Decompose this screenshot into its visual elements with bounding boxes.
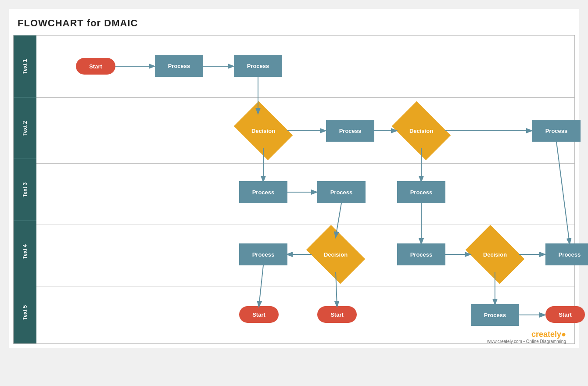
process-10: Process xyxy=(545,243,588,265)
process-9: Process xyxy=(397,243,445,265)
sidebar-label-2: Text 2 xyxy=(14,97,36,159)
row-1: Start Process Process xyxy=(36,36,574,98)
row-2: Decision Process Decision Process xyxy=(36,98,574,164)
arrows-row1 xyxy=(36,36,574,97)
start-oval-3: Start xyxy=(317,306,357,323)
row-3: Process Process Process xyxy=(36,164,574,225)
process-8: Process xyxy=(239,243,287,265)
sidebar: Text 1 Text 2 Text 3 Text 4 Text 5 xyxy=(14,36,36,343)
arrows-row3 xyxy=(36,164,574,225)
process-2: Process xyxy=(234,55,282,77)
row-4: Process Decision Process Decision xyxy=(36,225,574,286)
creately-logo: creately● www.creately.com • Online Diag… xyxy=(487,330,566,344)
page-title: FLOWCHART for DMAIC xyxy=(13,13,575,35)
sidebar-label-3: Text 3 xyxy=(14,159,36,221)
creately-brand: creately● xyxy=(487,330,566,339)
decision-label-4: Decision xyxy=(483,251,507,258)
sidebar-label-5: Text 5 xyxy=(14,282,36,343)
start-oval-1: Start xyxy=(76,58,115,75)
process-5: Process xyxy=(239,181,287,203)
decision-diamond-1: Decision xyxy=(239,113,287,148)
arrows-row2 xyxy=(36,98,574,163)
decision-diamond-4: Decision xyxy=(471,237,519,272)
rows-container: Start Process Process xyxy=(36,36,574,343)
sidebar-label-4: Text 4 xyxy=(14,221,36,282)
process-11: Process xyxy=(471,304,519,326)
start-oval-4: Start xyxy=(545,306,585,323)
sidebar-label-1: Text 1 xyxy=(14,36,36,97)
page: FLOWCHART for DMAIC Text 1 Text 2 Text 3… xyxy=(9,9,579,348)
decision-diamond-3: Decision xyxy=(312,237,360,272)
creately-sub: www.creately.com • Online Diagramming xyxy=(487,339,566,344)
decision-label-1: Decision xyxy=(251,128,275,134)
decision-diamond-2: Decision xyxy=(397,113,445,148)
process-4: Process xyxy=(532,120,581,142)
process-7: Process xyxy=(397,181,445,203)
process-6: Process xyxy=(317,181,366,203)
process-1: Process xyxy=(155,55,203,77)
process-3: Process xyxy=(326,120,374,142)
decision-label-3: Decision xyxy=(324,251,348,258)
start-oval-2: Start xyxy=(239,306,279,323)
diagram-outer: Text 1 Text 2 Text 3 Text 4 Text 5 Start… xyxy=(13,35,575,344)
decision-label-2: Decision xyxy=(409,128,433,134)
